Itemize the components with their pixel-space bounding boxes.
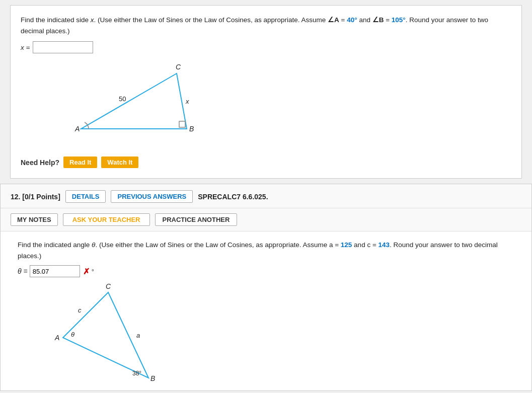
my-notes-button[interactable]: MY NOTES — [11, 213, 58, 226]
svg-text:C: C — [106, 282, 111, 290]
text-use-law: . (Use either the Law of Sines or the La… — [95, 241, 333, 249]
problem11-diagram: A B C 50 x — [51, 58, 212, 149]
text-and2: and c — [352, 241, 370, 249]
svg-text:θ: θ — [71, 331, 74, 338]
read-it-button[interactable]: Read It — [63, 156, 97, 168]
problem12-body: Find the indicated angle θ. (Use either … — [1, 231, 531, 390]
answer-input-11[interactable] — [33, 41, 93, 53]
angle-a-val: 40° — [347, 16, 357, 24]
variable-x: x — [91, 16, 94, 24]
angle-b-val: 105° — [392, 16, 406, 24]
problem-num-text: 12. — [11, 193, 20, 201]
svg-text:50: 50 — [119, 95, 126, 103]
a-val: 125 — [341, 241, 352, 249]
answer-label: x = — [21, 44, 30, 51]
svg-text:c: c — [78, 306, 82, 314]
problem11-section: Find the indicated side x. (Use either t… — [10, 5, 522, 179]
problem11-text: Find the indicated side x. (Use either t… — [21, 15, 511, 36]
svg-text:B: B — [189, 125, 194, 133]
wrong-icon: ✗ — [83, 267, 90, 276]
svg-text:a: a — [136, 332, 140, 339]
svg-text:C: C — [176, 63, 181, 71]
problem12-diagram: A C B θ a c 38° — [48, 282, 209, 373]
problem-number: 12. [0/1 Points] — [11, 193, 60, 201]
text-find: Find the indicated side — [21, 16, 91, 24]
degree-symbol: ° — [92, 268, 94, 275]
problem-code: SPRECALC7 6.6.025. — [198, 193, 268, 201]
svg-text:A: A — [74, 125, 80, 133]
svg-rect-1 — [179, 121, 185, 127]
details-button[interactable]: DETAILS — [65, 190, 106, 203]
text-and: and — [357, 16, 372, 24]
problem12-actions: MY NOTES ASK YOUR TEACHER PRACTICE ANOTH… — [1, 208, 531, 231]
problem11-answer-row: x = — [21, 41, 511, 53]
text-find-angle: Find the indicated angle — [18, 241, 92, 249]
page-wrapper: Find the indicated side x. (Use either t… — [0, 5, 532, 391]
answer-label2: θ = — [18, 267, 28, 275]
answer-input-12[interactable] — [30, 265, 80, 277]
angle-b-label: ∠B — [372, 16, 384, 24]
c-val: 143 — [378, 241, 390, 249]
previous-answers-button[interactable]: PREVIOUS ANSWERS — [111, 190, 193, 203]
svg-text:B: B — [150, 374, 155, 382]
problem12-answer-row: θ = ✗ ° — [18, 265, 516, 277]
need-help-row: Need Help? Read It Watch It — [21, 156, 511, 168]
text-use: . (Use either the Law of Sines or the La… — [94, 16, 328, 24]
svg-text:x: x — [185, 98, 189, 105]
points-text: [0/1 Points] — [22, 193, 60, 201]
problem12-text: Find the indicated angle θ. (Use either … — [18, 240, 516, 261]
problem12-section: 12. [0/1 Points] DETAILS PREVIOUS ANSWER… — [0, 184, 532, 391]
problem12-header: 12. [0/1 Points] DETAILS PREVIOUS ANSWER… — [1, 184, 531, 208]
need-help-label: Need Help? — [21, 159, 59, 167]
watch-it-button[interactable]: Watch It — [101, 156, 138, 168]
svg-text:38°: 38° — [132, 370, 141, 377]
svg-marker-7 — [63, 292, 148, 378]
practice-another-button[interactable]: PRACTICE ANOTHER — [155, 213, 238, 226]
svg-text:A: A — [54, 334, 59, 342]
svg-marker-0 — [81, 73, 187, 129]
ask-teacher-button[interactable]: ASK YOUR TEACHER — [63, 213, 150, 226]
angle-a-label: ∠A — [328, 16, 339, 24]
